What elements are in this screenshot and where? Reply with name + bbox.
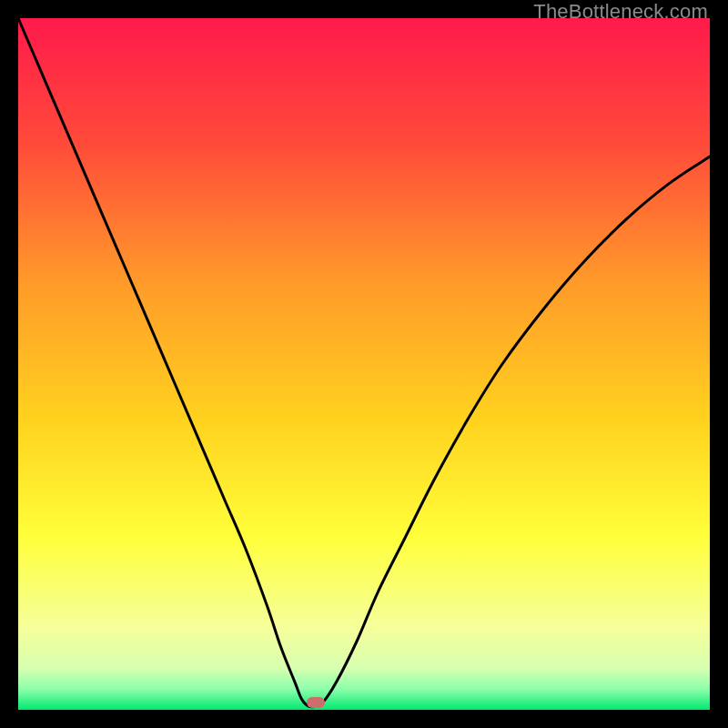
gradient-background bbox=[18, 18, 710, 710]
bottleneck-plot bbox=[18, 18, 710, 710]
optimum-marker bbox=[307, 697, 325, 708]
watermark-text: TheBottleneck.com bbox=[533, 0, 708, 24]
chart-frame bbox=[18, 18, 710, 710]
